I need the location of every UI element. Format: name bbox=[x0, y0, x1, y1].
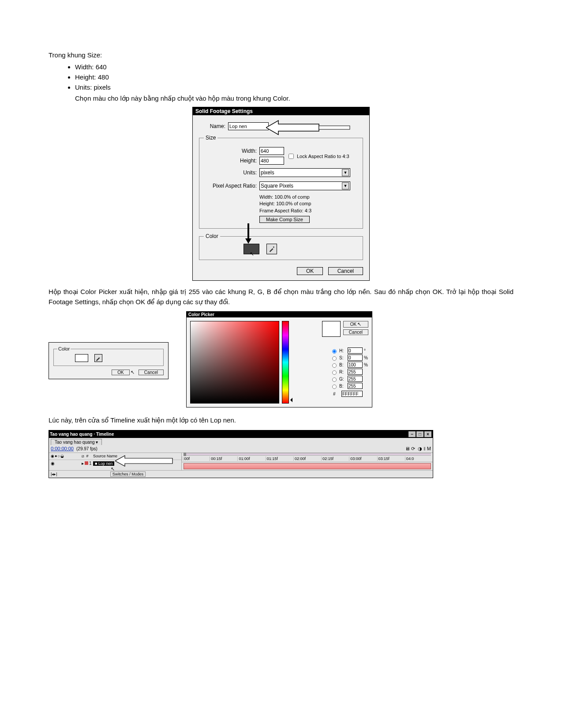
minimize-icon[interactable]: – bbox=[408, 431, 416, 438]
r-radio[interactable] bbox=[332, 370, 337, 375]
timeline-panel: Tao vang hao quang · Timeline – □ × Tao … bbox=[49, 430, 433, 478]
mini-color-group: Color bbox=[53, 346, 164, 366]
svg-rect-0 bbox=[319, 126, 350, 129]
ok-button[interactable]: OK bbox=[297, 267, 323, 275]
b-unit: % bbox=[364, 362, 368, 367]
bullet-width: Width: 640 bbox=[75, 63, 513, 71]
comp-tab[interactable]: Tao vang hao quang ▾ bbox=[51, 439, 102, 445]
height-input[interactable] bbox=[259, 157, 284, 165]
par-value: Square Pixels bbox=[261, 183, 293, 189]
preview-swatch bbox=[322, 321, 341, 337]
hex-input[interactable] bbox=[341, 391, 363, 397]
table-row[interactable]: ◉ ▸1 ■ Lop nen bbox=[49, 460, 181, 467]
r-label: R: bbox=[339, 370, 346, 374]
switches-modes-button[interactable]: Switches / Modes bbox=[110, 472, 146, 477]
name-label: Name: bbox=[199, 123, 225, 129]
expand-icon[interactable]: ▸ bbox=[82, 461, 84, 466]
color-group: Color ↖ bbox=[199, 233, 363, 260]
cursor-icon: ↖ bbox=[111, 466, 115, 472]
picker-cancel-button[interactable]: Cancel bbox=[343, 329, 368, 335]
fps-label: (29.97 fps) bbox=[76, 446, 97, 451]
b-input[interactable] bbox=[348, 362, 363, 368]
bullet-units: Units: pixels bbox=[75, 83, 513, 91]
hex-label: # bbox=[333, 392, 340, 396]
mini-color-swatch[interactable] bbox=[75, 354, 88, 362]
b-label: B: bbox=[339, 362, 346, 367]
mini-eyedropper-button[interactable] bbox=[94, 354, 102, 362]
eyedropper-icon bbox=[269, 246, 275, 252]
av-columns-icon: ◉●○◒ bbox=[51, 454, 82, 458]
mini-ok-button[interactable]: OK bbox=[112, 370, 129, 375]
time-ruler[interactable]: :00f 00:15f 01:00f 01:15f 02:00f 02:15f … bbox=[182, 456, 433, 462]
ruler-tick: 02:15f bbox=[321, 456, 349, 461]
h-input[interactable] bbox=[348, 347, 363, 354]
cursor-icon: ↖ bbox=[131, 370, 135, 375]
h-unit: ° bbox=[364, 348, 368, 353]
color-legend: Color bbox=[204, 233, 220, 239]
cursor-icon: ↖ bbox=[357, 321, 361, 327]
source-name-header: Source Name bbox=[93, 454, 146, 458]
intro-text: Trong khung Size: bbox=[49, 50, 513, 60]
h-label: H: bbox=[339, 348, 346, 353]
cancel-button[interactable]: Cancel bbox=[328, 267, 363, 275]
row-av-icons: ◉ bbox=[51, 461, 82, 466]
layer-duration-bar[interactable] bbox=[184, 463, 431, 469]
ruler-tick: 00:15f bbox=[210, 456, 237, 461]
par-select[interactable]: Square Pixels ▼ bbox=[259, 181, 350, 190]
close-icon[interactable]: × bbox=[424, 431, 432, 438]
picker-ok-button[interactable]: OK↖ bbox=[343, 321, 368, 328]
units-label: Units: bbox=[204, 170, 257, 176]
cursor-icon: ↖ bbox=[250, 251, 254, 257]
make-comp-size-button[interactable]: Make Comp Size bbox=[259, 216, 310, 223]
zoom-handle-icon[interactable]: |◂▸| bbox=[51, 472, 57, 476]
ruler-tick: 01:15f bbox=[266, 456, 293, 461]
g-radio[interactable] bbox=[332, 377, 337, 382]
ruler-tick: 03:15f bbox=[377, 456, 405, 461]
info-height: Height: 100.0% of comp bbox=[259, 200, 358, 207]
sv-field[interactable] bbox=[190, 321, 279, 404]
mini-cancel-button[interactable]: Cancel bbox=[139, 370, 164, 375]
timeline-tool-icons: 🖥 ⟳ ◑ ⫴ M bbox=[405, 446, 431, 452]
r-input[interactable] bbox=[348, 369, 363, 375]
lock-aspect-checkbox[interactable] bbox=[288, 154, 294, 159]
para-color-picker: Hộp thoại Color Picker xuất hiện, nhập g… bbox=[49, 287, 513, 307]
size-legend: Size bbox=[204, 135, 217, 141]
units-value: pixels bbox=[261, 170, 274, 176]
chevron-down-icon: ▼ bbox=[342, 169, 349, 176]
maximize-icon[interactable]: □ bbox=[416, 431, 424, 438]
chevron-down-icon: ▼ bbox=[342, 182, 349, 189]
ruler-tick: 01:00f bbox=[237, 456, 265, 461]
layer-name: ■ Lop nen bbox=[93, 461, 114, 466]
h-radio[interactable] bbox=[332, 349, 337, 354]
svg-marker-2 bbox=[245, 238, 251, 244]
mini-color-panel: Color OK↖ Cancel bbox=[49, 342, 169, 379]
info-frame: Frame Aspect Ratio: 4:3 bbox=[259, 207, 358, 214]
solid-settings-dialog: Solid Footage Settings Name: Size Width: bbox=[192, 107, 370, 281]
ruler-tick: 04:0 bbox=[405, 456, 433, 461]
para-choose-color: Chọn màu cho lớp này bằng nhấp chuột vào… bbox=[75, 94, 513, 104]
s-unit: % bbox=[364, 355, 368, 360]
g-input[interactable] bbox=[348, 376, 363, 382]
units-select[interactable]: pixels ▼ bbox=[259, 168, 350, 177]
dialog-title: Solid Footage Settings bbox=[193, 107, 369, 115]
width-input[interactable] bbox=[259, 147, 284, 155]
timecode[interactable]: 0;00;00;00 bbox=[51, 446, 74, 451]
hue-slider[interactable] bbox=[282, 321, 289, 404]
layer-index: 1 bbox=[89, 461, 92, 466]
color-picker-dialog: Color Picker OK↖ Cancel H:° S:% bbox=[186, 311, 372, 407]
s-input[interactable] bbox=[348, 355, 363, 361]
s-radio[interactable] bbox=[332, 356, 337, 361]
b2-radio[interactable] bbox=[332, 385, 337, 389]
layer-color-icon bbox=[85, 461, 88, 465]
b2-label: B: bbox=[339, 384, 346, 389]
name-input[interactable] bbox=[228, 122, 269, 130]
timeline-title: Tao vang hao quang · Timeline bbox=[50, 432, 114, 437]
height-label: Height: bbox=[204, 158, 257, 164]
eyedropper-button[interactable] bbox=[266, 244, 277, 254]
size-bullets: Width: 640 Height: 480 Units: pixels bbox=[75, 63, 513, 91]
eyedropper-icon bbox=[95, 355, 101, 361]
b2-input[interactable] bbox=[348, 383, 363, 389]
b-radio[interactable] bbox=[332, 363, 337, 368]
hint-arrow-icon bbox=[266, 120, 354, 136]
ruler-tick: 02:00f bbox=[293, 456, 321, 461]
